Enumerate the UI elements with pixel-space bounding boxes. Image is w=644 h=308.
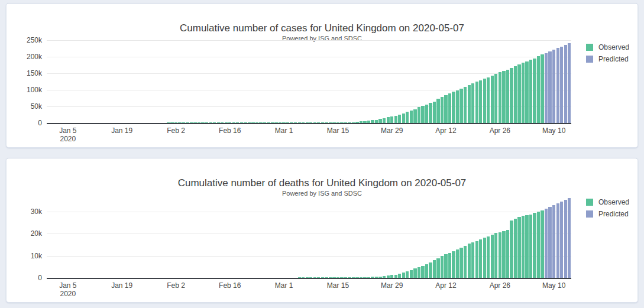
observed-bar[interactable] <box>390 116 393 123</box>
observed-bar[interactable] <box>425 105 428 123</box>
observed-bar[interactable] <box>487 236 490 278</box>
predicted-bar[interactable] <box>560 202 563 278</box>
observed-bar[interactable] <box>340 122 343 123</box>
observed-bar[interactable] <box>421 106 424 123</box>
observed-bar[interactable] <box>456 90 459 123</box>
observed-bar[interactable] <box>390 275 393 278</box>
observed-bar[interactable] <box>464 246 467 278</box>
observed-bar[interactable] <box>533 213 536 278</box>
observed-bar[interactable] <box>429 103 432 123</box>
observed-bar[interactable] <box>471 83 474 123</box>
observed-bar[interactable] <box>491 235 494 278</box>
observed-bar[interactable] <box>452 92 455 123</box>
observed-bar[interactable] <box>418 267 420 278</box>
observed-bar[interactable] <box>487 77 490 123</box>
observed-bar[interactable] <box>313 277 316 278</box>
observed-bar[interactable] <box>448 93 451 123</box>
predicted-bar[interactable] <box>548 207 551 278</box>
predicted-bar[interactable] <box>556 48 559 123</box>
observed-bar[interactable] <box>325 122 328 123</box>
observed-bar[interactable] <box>537 212 540 278</box>
observed-bar[interactable] <box>441 97 444 123</box>
observed-bar[interactable] <box>394 275 397 278</box>
observed-bar[interactable] <box>217 122 220 123</box>
observed-bar[interactable] <box>232 122 235 123</box>
observed-bar[interactable] <box>302 122 305 123</box>
observed-bar[interactable] <box>306 122 309 123</box>
observed-bar[interactable] <box>198 122 200 123</box>
observed-bar[interactable] <box>502 231 505 278</box>
observed-bar[interactable] <box>282 122 285 123</box>
observed-bar[interactable] <box>244 122 247 123</box>
observed-bar[interactable] <box>236 122 239 123</box>
observed-bar[interactable] <box>471 242 474 278</box>
observed-bar[interactable] <box>167 122 170 123</box>
observed-bar[interactable] <box>475 241 478 278</box>
observed-bar[interactable] <box>267 122 270 123</box>
observed-bar[interactable] <box>506 70 509 123</box>
observed-bar[interactable] <box>418 107 420 123</box>
observed-bar[interactable] <box>529 215 532 278</box>
observed-bar[interactable] <box>248 122 251 123</box>
observed-bar[interactable] <box>433 102 436 123</box>
observed-bar[interactable] <box>514 66 517 123</box>
observed-bar[interactable] <box>371 277 374 278</box>
observed-bar[interactable] <box>436 99 439 123</box>
observed-bar[interactable] <box>510 68 513 123</box>
observed-bar[interactable] <box>410 111 413 123</box>
observed-bar[interactable] <box>494 74 497 123</box>
observed-bar[interactable] <box>294 122 297 123</box>
observed-bar[interactable] <box>321 277 324 278</box>
observed-bar[interactable] <box>468 85 471 123</box>
observed-bar[interactable] <box>475 82 478 123</box>
observed-bar[interactable] <box>410 270 413 278</box>
observed-bar[interactable] <box>383 118 386 123</box>
observed-bar[interactable] <box>344 122 347 123</box>
observed-bar[interactable] <box>464 87 467 123</box>
observed-bar[interactable] <box>355 277 358 278</box>
predicted-bar[interactable] <box>552 50 555 123</box>
observed-bar[interactable] <box>425 264 428 278</box>
observed-bar[interactable] <box>456 249 459 278</box>
observed-bar[interactable] <box>363 277 366 278</box>
cases-plot-area[interactable]: 050k100k150k200k250kJan 52020Jan 19Feb 2… <box>47 40 571 123</box>
observed-bar[interactable] <box>360 277 363 278</box>
observed-bar[interactable] <box>348 277 351 278</box>
predicted-bar[interactable] <box>545 53 548 123</box>
observed-bar[interactable] <box>537 56 540 123</box>
observed-bar[interactable] <box>190 122 193 123</box>
legend-item-observed[interactable]: Observed <box>586 196 629 208</box>
observed-bar[interactable] <box>193 122 196 123</box>
observed-bar[interactable] <box>263 122 266 123</box>
observed-bar[interactable] <box>205 122 208 123</box>
observed-bar[interactable] <box>279 122 281 123</box>
observed-bar[interactable] <box>332 122 335 123</box>
observed-bar[interactable] <box>240 122 243 123</box>
observed-bar[interactable] <box>352 277 355 278</box>
observed-bar[interactable] <box>402 273 405 278</box>
observed-bar[interactable] <box>378 119 381 123</box>
observed-bar[interactable] <box>355 122 358 123</box>
observed-bar[interactable] <box>360 121 363 123</box>
observed-bar[interactable] <box>371 120 374 123</box>
predicted-bar[interactable] <box>568 198 571 278</box>
observed-bar[interactable] <box>313 122 316 123</box>
predicted-bar[interactable] <box>564 45 567 123</box>
observed-bar[interactable] <box>387 117 390 123</box>
observed-bar[interactable] <box>406 112 409 123</box>
observed-bar[interactable] <box>479 80 482 123</box>
observed-bar[interactable] <box>499 232 501 278</box>
observed-bar[interactable] <box>221 122 224 123</box>
observed-bar[interactable] <box>298 122 301 123</box>
predicted-bar[interactable] <box>548 51 551 123</box>
observed-bar[interactable] <box>459 89 462 123</box>
predicted-bar[interactable] <box>545 209 548 278</box>
observed-bar[interactable] <box>448 253 451 278</box>
observed-bar[interactable] <box>259 122 262 123</box>
observed-bar[interactable] <box>375 120 378 123</box>
observed-bar[interactable] <box>529 60 532 123</box>
observed-bar[interactable] <box>444 254 447 278</box>
observed-bar[interactable] <box>274 122 277 123</box>
observed-bar[interactable] <box>286 122 289 123</box>
observed-bar[interactable] <box>251 122 254 123</box>
